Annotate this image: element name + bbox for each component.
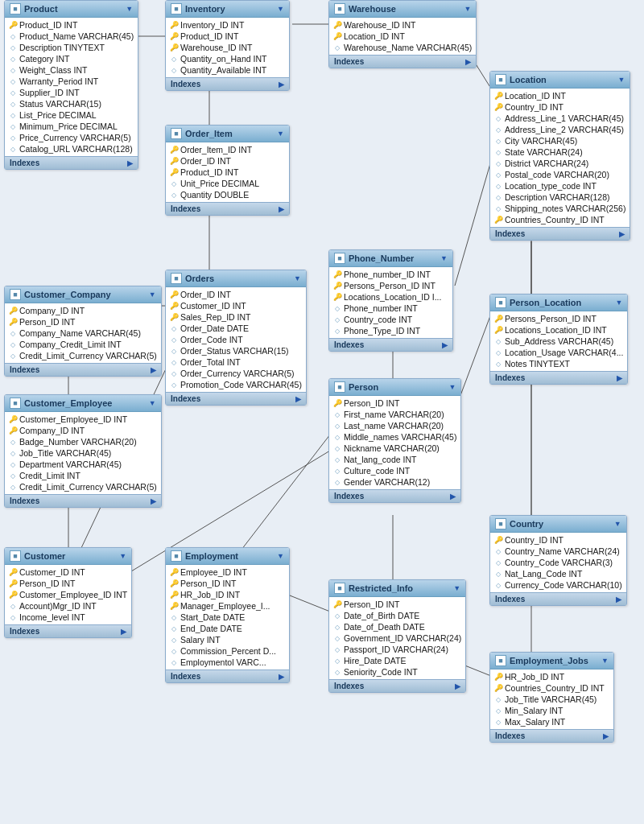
table-row[interactable]: ◇Last_name VARCHAR(20) xyxy=(329,420,460,431)
table-footer-Employment[interactable]: Indexes▶ xyxy=(166,670,289,682)
table-collapse-arrow-Person[interactable]: ▼ xyxy=(449,383,456,391)
table-row[interactable]: 🔑Inventory_ID INT xyxy=(166,19,289,31)
table-footer-Country[interactable]: Indexes▶ xyxy=(490,592,626,605)
table-row[interactable]: ◇Location_Usage VARCHAR(4... xyxy=(490,347,627,358)
table-row[interactable]: 🔑Person_ID INT xyxy=(166,578,289,589)
table-row[interactable]: ◇Gender VARCHAR(12) xyxy=(329,476,460,488)
table-row[interactable]: ◇Product_Name VARCHAR(45) xyxy=(5,31,138,42)
table-Customer[interactable]: ■Customer▼🔑Customer_ID INT🔑Person_ID INT… xyxy=(4,547,132,638)
table-row[interactable]: 🔑Locations_Location_ID I... xyxy=(329,291,452,303)
table-collapse-arrow-Orders[interactable]: ▼ xyxy=(294,274,301,282)
table-collapse-arrow-Product[interactable]: ▼ xyxy=(126,5,133,13)
table-row[interactable]: 🔑Person_ID INT xyxy=(329,599,465,610)
table-row[interactable]: 🔑Persons_Person_ID INT xyxy=(329,280,452,291)
table-row[interactable]: ◇Seniority_Code INT xyxy=(329,666,465,678)
table-row[interactable]: ◇Nat_Lang_Code INT xyxy=(490,568,626,579)
table-row[interactable]: ◇Order_Currency VARCHAR(5) xyxy=(166,368,306,379)
table-footer-Employment_Jobs[interactable]: Indexes▶ xyxy=(490,729,613,742)
table-row[interactable]: 🔑Persons_Person_ID INT xyxy=(490,313,627,324)
indexes-arrow[interactable]: ▶ xyxy=(279,673,284,681)
table-footer-Customer_Company[interactable]: Indexes▶ xyxy=(5,363,161,376)
indexes-arrow[interactable]: ▶ xyxy=(465,58,471,66)
table-row[interactable]: ◇Description VARCHAR(128) xyxy=(490,192,630,203)
table-row[interactable]: ◇Unit_Price DECIMAL xyxy=(166,178,289,189)
table-collapse-arrow-Person_Location[interactable]: ▼ xyxy=(616,299,623,307)
table-header-Customer_Company[interactable]: ■Customer_Company▼ xyxy=(5,286,161,303)
indexes-arrow[interactable]: ▶ xyxy=(295,395,301,403)
table-row[interactable]: ◇End_Date DATE xyxy=(166,623,289,634)
table-row[interactable]: ◇Order_Code INT xyxy=(166,334,306,345)
table-Location[interactable]: ■Location▼🔑Location_ID INT🔑Country_ID IN… xyxy=(489,71,630,241)
table-footer-Orders[interactable]: Indexes▶ xyxy=(166,392,306,405)
table-row[interactable]: 🔑Order_ID INT xyxy=(166,289,306,300)
table-row[interactable]: ◇Salary INT xyxy=(166,634,289,645)
table-collapse-arrow-Country[interactable]: ▼ xyxy=(614,520,621,528)
table-row[interactable]: ◇Country_Name VARCHAR(24) xyxy=(490,546,626,557)
table-row[interactable]: ◇Middle_names VARCHAR(45) xyxy=(329,431,460,443)
table-row[interactable]: 🔑Country_ID INT xyxy=(490,534,626,546)
table-row[interactable]: 🔑Product_ID INT xyxy=(5,19,138,31)
table-row[interactable]: ◇Commission_Percent D... xyxy=(166,645,289,657)
table-row[interactable]: ◇Catalog_URL VARCHAR(128) xyxy=(5,143,138,154)
indexes-arrow[interactable]: ▶ xyxy=(450,492,456,501)
table-row[interactable]: ◇Company_Credit_Limit INT xyxy=(5,339,161,350)
table-Country[interactable]: ■Country▼🔑Country_ID INT◇Country_Name VA… xyxy=(489,515,627,606)
table-header-Phone_Number[interactable]: ■Phone_Number▼ xyxy=(329,250,452,267)
indexes-arrow[interactable]: ▶ xyxy=(455,682,460,690)
table-footer-Location[interactable]: Indexes▶ xyxy=(490,227,630,240)
table-row[interactable]: 🔑Customer_ID INT xyxy=(166,300,306,311)
table-row[interactable]: ◇First_name VARCHAR(20) xyxy=(329,409,460,420)
table-header-Location[interactable]: ■Location▼ xyxy=(490,72,630,89)
table-row[interactable]: ◇Shipping_notes VARCHAR(256) xyxy=(490,203,630,214)
indexes-arrow[interactable]: ▶ xyxy=(603,732,609,740)
table-row[interactable]: ◇Credit_Limit INT xyxy=(5,470,161,481)
table-footer-Product[interactable]: Indexes▶ xyxy=(5,156,138,169)
table-Customer_Company[interactable]: ■Customer_Company▼🔑Company_ID INT🔑Person… xyxy=(4,286,162,377)
table-row[interactable]: ◇Warranty_Period INT xyxy=(5,76,138,87)
table-row[interactable]: ◇Minimum_Price DECIMAL xyxy=(5,121,138,132)
table-header-Country[interactable]: ■Country▼ xyxy=(490,516,626,533)
table-row[interactable]: ◇Address_Line_1 VARCHAR(45) xyxy=(490,113,630,124)
table-row[interactable]: ◇Job_Title VARCHAR(45) xyxy=(5,447,161,459)
table-row[interactable]: ◇Date_of_Death DATE xyxy=(329,621,465,632)
table-Inventory[interactable]: ■Inventory▼🔑Inventory_ID INT🔑Product_ID … xyxy=(165,0,290,91)
table-row[interactable]: ◇Credit_Limit_Currency VARCHAR(5) xyxy=(5,481,161,492)
table-row[interactable]: ◇Quantity DOUBLE xyxy=(166,189,289,200)
table-collapse-arrow-Employment[interactable]: ▼ xyxy=(277,552,284,560)
table-row[interactable]: ◇Culture_code INT xyxy=(329,465,460,476)
table-header-Customer[interactable]: ■Customer▼ xyxy=(5,548,131,565)
indexes-arrow[interactable]: ▶ xyxy=(616,595,621,604)
table-collapse-arrow-Customer_Company[interactable]: ▼ xyxy=(149,290,156,299)
table-collapse-arrow-Customer[interactable]: ▼ xyxy=(119,552,126,560)
table-row[interactable]: ◇Currency_Code VARCHAR(10) xyxy=(490,579,626,591)
table-row[interactable]: ◇Hire_Date DATE xyxy=(329,655,465,666)
table-row[interactable]: 🔑HR_Job_ID INT xyxy=(166,589,289,600)
table-collapse-arrow-Order_Item[interactable]: ▼ xyxy=(277,130,284,138)
table-row[interactable]: 🔑HR_Job_ID INT xyxy=(490,671,613,682)
table-row[interactable]: ◇Employmentol VARC... xyxy=(166,657,289,668)
table-collapse-arrow-Phone_Number[interactable]: ▼ xyxy=(440,254,448,262)
table-row[interactable]: ◇Phone_number INT xyxy=(329,303,452,314)
table-collapse-arrow-Customer_Employee[interactable]: ▼ xyxy=(149,399,156,407)
table-row[interactable]: ◇Nickname VARCHAR(20) xyxy=(329,443,460,454)
table-row[interactable]: 🔑Countries_Country_ID INT xyxy=(490,682,613,694)
table-row[interactable]: ◇Badge_Number VARCHAR(20) xyxy=(5,436,161,447)
table-footer-Restricted_Info[interactable]: Indexes▶ xyxy=(329,679,465,692)
table-collapse-arrow-Employment_Jobs[interactable]: ▼ xyxy=(601,657,609,665)
table-Restricted_Info[interactable]: ■Restricted_Info▼🔑Person_ID INT◇Date_of_… xyxy=(328,579,466,693)
table-row[interactable]: ◇Description TINYTEXT xyxy=(5,42,138,53)
table-row[interactable]: ◇State VARCHAR(24) xyxy=(490,146,630,158)
table-row[interactable]: 🔑Person_ID INT xyxy=(5,316,161,328)
table-row[interactable]: ◇City VARCHAR(45) xyxy=(490,135,630,146)
table-footer-Order_Item[interactable]: Indexes▶ xyxy=(166,202,289,215)
table-row[interactable]: ◇Job_Title VARCHAR(45) xyxy=(490,694,613,705)
table-row[interactable]: 🔑Company_ID INT xyxy=(5,305,161,316)
table-header-Restricted_Info[interactable]: ■Restricted_Info▼ xyxy=(329,580,465,597)
table-row[interactable]: ◇Quantity_on_Hand INT xyxy=(166,53,289,64)
table-row[interactable]: 🔑Sales_Rep_ID INT xyxy=(166,311,306,323)
table-row[interactable]: ◇Date_of_Birth DATE xyxy=(329,610,465,621)
table-row[interactable]: ◇Income_level INT xyxy=(5,612,131,623)
table-row[interactable]: 🔑Manager_Employee_I... xyxy=(166,600,289,612)
table-row[interactable]: ◇Passport_ID VARCHAR(24) xyxy=(329,644,465,655)
table-row[interactable]: ◇Company_Name VARCHAR(45) xyxy=(5,328,161,339)
